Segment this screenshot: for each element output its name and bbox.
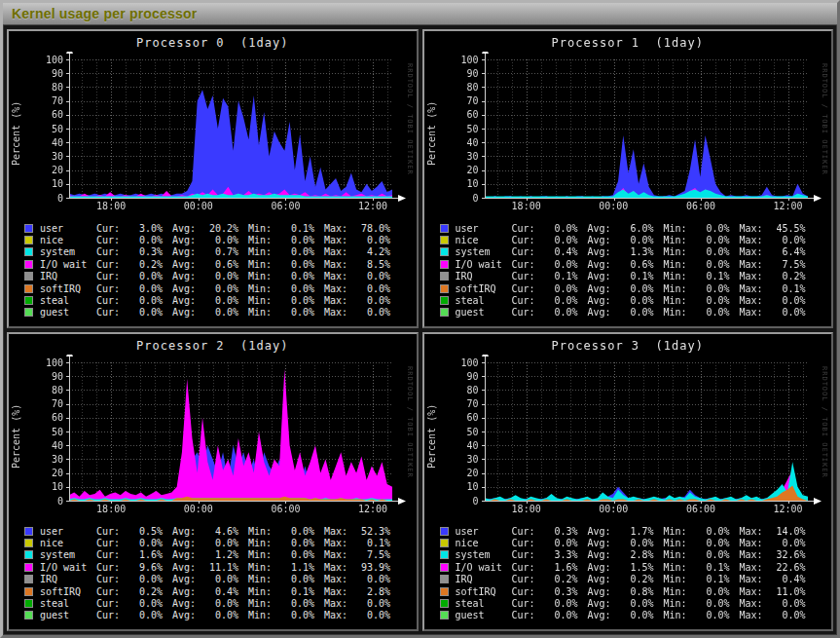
legend-stat-value: 0.0% bbox=[351, 295, 390, 306]
legend-stat-avg: Avg:0.0% bbox=[588, 283, 654, 294]
legend-stat-min: Min:1.1% bbox=[248, 562, 314, 573]
y-tick-label: 30 bbox=[446, 151, 479, 162]
legend-stat-cur: Cur:0.0% bbox=[512, 538, 578, 548]
legend-stat-key: Avg: bbox=[172, 549, 200, 560]
legend-stat-max: Max:93.9% bbox=[324, 562, 390, 573]
legend-stat-max: Max:7.5% bbox=[740, 259, 806, 270]
legend-stat-value: 0.2% bbox=[767, 271, 806, 281]
legend-stat-key: Avg: bbox=[172, 562, 200, 573]
legend-stat-value: 0.0% bbox=[767, 235, 806, 245]
legend-stat-value: 0.0% bbox=[351, 574, 390, 584]
legend-stat-value: 0.1% bbox=[539, 271, 578, 281]
legend-stat-key: Avg: bbox=[588, 235, 615, 245]
legend-stat-value: 0.4% bbox=[767, 574, 806, 584]
legend-stat-cur: Cur:0.0% bbox=[512, 259, 578, 270]
legend-stat-value: 0.0% bbox=[539, 235, 578, 245]
legend-stat-key: Min: bbox=[664, 307, 691, 318]
legend-series-name: IRQ bbox=[456, 574, 512, 584]
legend-stat-key: Min: bbox=[664, 246, 691, 257]
x-tick-label: 12:00 bbox=[774, 201, 803, 211]
legend-stat-value: 0.0% bbox=[124, 598, 163, 609]
legend-stat-value: 0.1% bbox=[351, 538, 390, 548]
legend-stat-max: Max:7.5% bbox=[324, 549, 390, 560]
legend-stat-value: 0.0% bbox=[539, 223, 578, 234]
legend-stat-cur: Cur:0.2% bbox=[96, 259, 163, 270]
legend-stat-avg: Avg:0.0% bbox=[172, 538, 238, 548]
legend-row: softIRQCur:0.3%Avg:0.8%Min:0.0%Max:11.0% bbox=[440, 585, 832, 597]
legend-stat-value: 0.3% bbox=[124, 246, 163, 257]
legend-stat-key: Cur: bbox=[96, 295, 124, 306]
y-tick-label: 50 bbox=[30, 124, 63, 134]
legend-stat-min: Min:0.0% bbox=[248, 259, 314, 270]
legend-stat-max: Max:78.0% bbox=[324, 223, 390, 234]
legend-row: userCur:0.5%Avg:4.6%Min:0.0%Max:52.3% bbox=[24, 525, 417, 537]
panel-title: Processor 1 (1day) bbox=[424, 36, 832, 50]
legend-stat-key: Avg: bbox=[172, 598, 200, 609]
legend-row: systemCur:3.3%Avg:2.8%Min:0.0%Max:32.6% bbox=[440, 549, 832, 561]
legend-row: I/O waitCur:0.0%Avg:0.6%Min:0.0%Max:7.5% bbox=[440, 258, 832, 270]
legend-stat-cur: Cur:1.6% bbox=[96, 549, 163, 560]
legend-stat-value: 7.5% bbox=[351, 549, 390, 560]
legend-stat-value: 0.8% bbox=[615, 586, 654, 597]
legend-stat-value: 0.0% bbox=[691, 283, 730, 294]
legend-stat-value: 2.8% bbox=[615, 549, 654, 560]
legend-stat-value: 1.6% bbox=[539, 562, 578, 573]
legend-stat-avg: Avg:0.0% bbox=[172, 610, 238, 620]
legend-stat-cur: Cur:9.6% bbox=[96, 562, 163, 573]
legend-stat-value: 0.0% bbox=[539, 259, 578, 270]
legend-swatch-softirq bbox=[440, 587, 449, 596]
legend-swatch-irq bbox=[24, 575, 33, 583]
legend-stat-max: Max:22.6% bbox=[740, 562, 806, 573]
rrdtool-watermark: RRDTOOL / TOBI OETIKER bbox=[406, 366, 414, 478]
window-titlebar[interactable]: Kernel usage per processor bbox=[3, 3, 837, 25]
x-tick-label: 06:00 bbox=[271, 201, 300, 211]
legend-stat-key: Min: bbox=[664, 259, 691, 270]
legend-stat-key: Max: bbox=[740, 574, 767, 584]
legend-stat-min: Min:0.0% bbox=[664, 598, 730, 609]
legend-stat-value: 0.0% bbox=[691, 586, 730, 597]
y-tick-label: 60 bbox=[30, 109, 63, 120]
legend-stat-min: Min:0.0% bbox=[248, 574, 314, 584]
panel-title: Processor 0 (1day) bbox=[9, 36, 417, 50]
legend-stat-max: Max:0.0% bbox=[324, 307, 390, 318]
legend-stat-value: 0.1% bbox=[275, 586, 314, 597]
legend-stat-value: 0.0% bbox=[615, 283, 654, 294]
legend-stat-value: 0.0% bbox=[275, 271, 314, 281]
legend-stat-value: 0.0% bbox=[615, 610, 654, 620]
y-tick-label: 40 bbox=[30, 440, 63, 451]
legend-stat-key: Cur: bbox=[512, 562, 539, 573]
plot-canvas bbox=[9, 52, 417, 219]
y-tick-label: 70 bbox=[446, 398, 479, 409]
legend-stat-key: Cur: bbox=[96, 549, 124, 560]
x-tick-label: 06:00 bbox=[271, 504, 300, 514]
plot-area: Percent (%)RRDTOOL / TOBI OETIKER0102030… bbox=[9, 355, 417, 522]
legend-stat-key: Avg: bbox=[172, 307, 200, 318]
legend-stat-avg: Avg:1.5% bbox=[588, 562, 654, 573]
legend-stat-value: 0.0% bbox=[200, 307, 238, 318]
legend-stat-avg: Avg:0.0% bbox=[588, 610, 654, 620]
legend-stat-cur: Cur:0.0% bbox=[512, 295, 578, 306]
legend: userCur:3.0%Avg:20.2%Min:0.1%Max:78.0%ni… bbox=[24, 222, 417, 319]
legend-stat-max: Max:52.3% bbox=[324, 526, 390, 537]
legend-row: guestCur:0.0%Avg:0.0%Min:0.0%Max:0.0% bbox=[440, 307, 832, 319]
y-tick-label: 10 bbox=[446, 178, 479, 189]
legend-stat-avg: Avg:0.1% bbox=[588, 271, 654, 281]
legend-row: stealCur:0.0%Avg:0.0%Min:0.0%Max:0.0% bbox=[440, 597, 832, 609]
legend-stat-key: Cur: bbox=[512, 586, 539, 597]
legend-swatch-nice bbox=[24, 236, 33, 244]
legend-stat-value: 0.7% bbox=[200, 246, 238, 257]
legend: userCur:0.0%Avg:6.0%Min:0.0%Max:45.5%nic… bbox=[440, 222, 832, 319]
legend-stat-value: 0.0% bbox=[691, 223, 730, 234]
legend-stat-key: Cur: bbox=[96, 246, 124, 257]
legend-stat-min: Min:0.0% bbox=[248, 526, 314, 537]
legend-swatch-irq bbox=[440, 272, 449, 281]
plot-canvas bbox=[424, 52, 832, 219]
legend-stat-key: Cur: bbox=[512, 598, 539, 609]
legend-stat-value: 9.6% bbox=[124, 562, 163, 573]
legend-swatch-steal bbox=[24, 599, 33, 608]
legend-row: systemCur:0.3%Avg:0.7%Min:0.0%Max:4.2% bbox=[24, 246, 417, 258]
legend-stat-key: Max: bbox=[324, 235, 351, 245]
legend-swatch-system bbox=[24, 247, 33, 256]
legend-stat-key: Avg: bbox=[588, 295, 615, 306]
legend-swatch-iowait bbox=[24, 563, 33, 572]
